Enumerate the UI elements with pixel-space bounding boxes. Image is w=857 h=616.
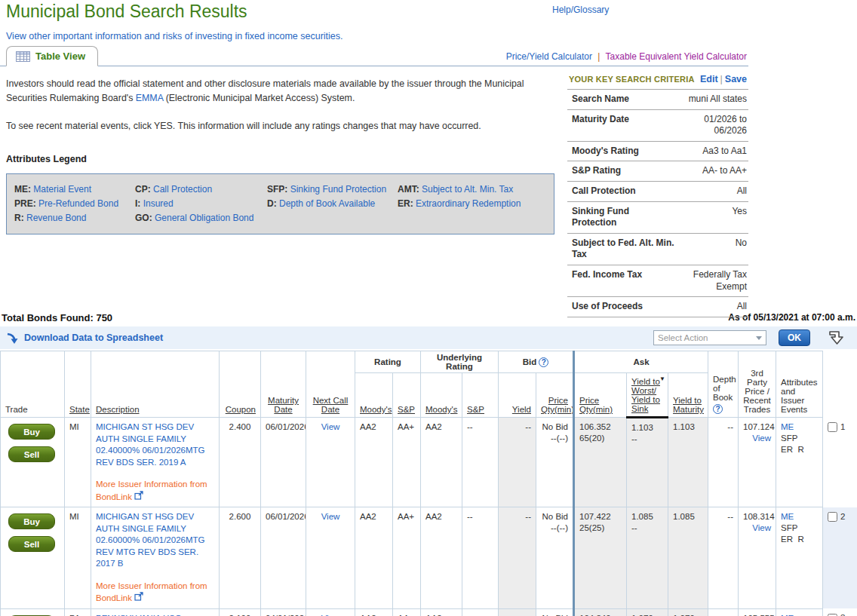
attributes-cell: MESFP ER R (776, 418, 823, 507)
legend-link[interactable]: Depth of Book Available (279, 198, 375, 209)
legend-item: SFP: Sinking Fund Protection (267, 182, 398, 197)
material-event-link[interactable]: ME (781, 613, 818, 616)
criteria-label: Subject to Fed. Alt. Min. Tax (572, 238, 674, 261)
underlying-moodys-cell: AA2 (421, 418, 462, 507)
recent-trades-view-link[interactable]: View (743, 523, 771, 534)
criteria-label: Fed. Income Tax (572, 269, 674, 293)
yield-to-maturity-cell: 1.079 (668, 608, 708, 616)
legend-link[interactable]: Material Event (33, 184, 91, 195)
next-call-view-link[interactable]: View (321, 422, 340, 431)
row-number: 3 (840, 613, 845, 616)
tab-table-view[interactable]: Table View (6, 46, 98, 66)
depth-of-book-cell: -- (708, 418, 739, 507)
description-cell: PENNSYLVANIA HSG FINAGY SINGLE FAMILY 02… (91, 608, 220, 616)
legend-link[interactable]: Revenue Bond (26, 213, 86, 223)
legend-link[interactable]: Insured (143, 198, 174, 209)
col-header-bid-yield[interactable]: Yield (499, 373, 536, 418)
criteria-row: S&P RatingAA- to AA+ (567, 161, 748, 181)
col-header-underlying-sp[interactable]: S&P (462, 373, 499, 418)
emma-link[interactable]: EMMA (136, 93, 164, 103)
attributes-legend-title: Attributes Legend (6, 154, 552, 164)
col-header-bid-price-qty[interactable]: Price Qty(min) (536, 373, 574, 418)
bondlink-issuer-link[interactable]: More Issuer Information from BondLink (96, 479, 214, 503)
col-header-description[interactable]: Description (91, 351, 220, 418)
ask-price-cell: 104.840 35(35) (574, 608, 627, 616)
col-header-yield-to-worst[interactable]: Yield to Worst/ Yield to Sink▼ (627, 373, 668, 418)
legend-item: GO: General Obligation Bond (135, 211, 267, 225)
price-yield-calculator-link[interactable]: Price/Yield Calculator (506, 51, 592, 62)
select-action-dropdown[interactable]: Select Action (653, 330, 766, 345)
legend-abbr: PRE: (14, 198, 36, 209)
legend-abbr: AMT: (398, 184, 419, 195)
bid-help-icon[interactable]: ? (539, 357, 548, 367)
sell-button[interactable]: Sell (8, 446, 55, 462)
legend-link[interactable]: Pre-Refunded Bond (38, 198, 118, 209)
col-header-coupon[interactable]: Coupon (220, 351, 261, 418)
row-select-checkbox[interactable] (828, 422, 837, 432)
rating-sp-cell: AA+ (393, 608, 421, 616)
next-call-view-link[interactable]: View (321, 512, 340, 521)
row-number: 2 (840, 512, 845, 521)
ask-price-cell: 106.352 65(20) (574, 418, 627, 507)
yield-to-maturity-cell: 1.103 (668, 418, 708, 507)
col-header-underlying-moodys[interactable]: Moody's (421, 373, 462, 418)
legend-link[interactable]: Subject to Alt. Min. Tax (422, 184, 513, 195)
criteria-row: Sinking Fund ProtectionYes (567, 201, 748, 233)
col-header-attributes: Attributes and Issuer Events (776, 351, 823, 418)
col-header-yield-to-maturity[interactable]: Yield to Maturity (668, 373, 708, 418)
legend-link[interactable]: General Obligation Bond (155, 213, 253, 223)
col-header-rating-sp[interactable]: S&P (393, 373, 421, 418)
legend-link[interactable]: Sinking Fund Protection (290, 184, 386, 195)
bond-description-link[interactable]: MICHIGAN ST HSG DEV AUTH SINGLE FAMILY 0… (96, 511, 214, 570)
legend-item: I: Insured (135, 197, 267, 211)
bond-description-link[interactable]: MICHIGAN ST HSG DEV AUTH SINGLE FAMILY 0… (96, 421, 214, 468)
rating-sp-cell: AA+ (393, 418, 421, 507)
ask-price-cell: 107.422 25(25) (574, 507, 627, 609)
col-header-ask-price-qty[interactable]: Price Qty(min) (574, 373, 627, 418)
material-events-paragraph: To see recent material events, click YES… (6, 119, 553, 133)
bid-yield-cell: -- (499, 418, 536, 507)
material-event-link[interactable]: ME (781, 511, 818, 523)
ok-button[interactable]: OK (779, 329, 810, 346)
col-header-next-call-date[interactable]: Next Call Date (306, 351, 355, 418)
legend-abbr: R: (14, 213, 24, 223)
taxable-equivalent-yield-calculator-link[interactable]: Taxable Equivalent Yield Calculator (606, 51, 747, 62)
group-header-underlying-rating: Underlying Rating (421, 351, 499, 373)
underlying-sp-cell: -- (462, 507, 499, 609)
criteria-row: Maturity Date01/2026 to 06/2026 (567, 109, 748, 141)
rating-moodys-cell: AA2 (355, 507, 393, 609)
row-select-cell: 1 (823, 418, 857, 507)
col-header-third-party-price: 3rd Party Price / Recent Trades (739, 351, 776, 418)
buy-button[interactable]: Buy (8, 513, 55, 529)
coupon-cell: 2.600 (220, 507, 261, 609)
recent-trades-view-link[interactable]: View (743, 433, 771, 444)
criteria-value: Federally Tax Exempt (674, 269, 747, 293)
legend-link[interactable]: Extraordinary Redemption (416, 198, 521, 209)
bond-description-link[interactable]: PENNSYLVANIA HSG FINAGY SINGLE FAMILY 02… (96, 613, 214, 616)
depth-of-book-cell: -- (708, 507, 739, 609)
col-header-maturity-date[interactable]: Maturity Date (261, 351, 306, 418)
row-select-checkbox[interactable] (828, 512, 837, 522)
save-criteria-link[interactable]: Save (725, 74, 747, 84)
underlying-sp-cell: -- (462, 608, 499, 616)
col-header-state[interactable]: State (65, 351, 91, 418)
download-spreadsheet-link[interactable]: Download Data to Spreadsheet (6, 332, 163, 345)
state-cell: MI (65, 507, 91, 609)
col-header-rating-moodys[interactable]: Moody's (355, 373, 393, 418)
criteria-label: S&P Rating (572, 165, 674, 177)
select-action-value: Select Action (658, 333, 708, 342)
material-event-link[interactable]: ME (781, 421, 818, 433)
buy-button[interactable]: Buy (8, 424, 55, 440)
legend-link[interactable]: Call Protection (153, 184, 212, 195)
edit-criteria-link[interactable]: Edit (700, 74, 718, 84)
depth-help-icon[interactable]: ? (713, 404, 723, 414)
third-party-price-cell: 105.555View (739, 608, 776, 616)
help-glossary-link[interactable]: Help/Glossary (552, 5, 609, 15)
export-arrow-icon[interactable] (827, 329, 846, 347)
underlying-moodys-cell: AA2 (421, 507, 462, 609)
bondlink-issuer-link[interactable]: More Issuer Information from BondLink (96, 581, 214, 605)
fixed-income-risks-link[interactable]: View other important information and ris… (6, 31, 343, 41)
criteria-row: Use of ProceedsAll (567, 296, 748, 317)
sell-button[interactable]: Sell (8, 536, 55, 552)
trade-cell: Buy Sell (1, 418, 65, 507)
